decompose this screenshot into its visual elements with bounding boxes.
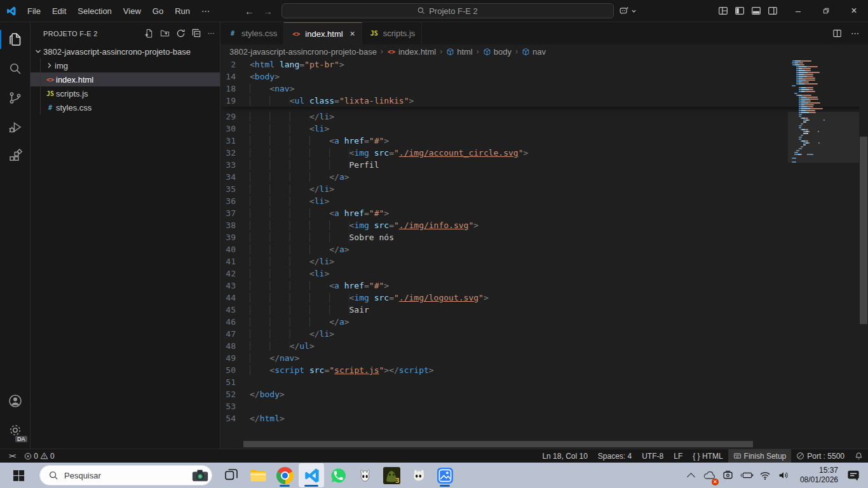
horizontal-scrollbar-thumb[interactable] [243, 441, 753, 447]
explorer-icon[interactable] [0, 25, 31, 54]
refresh-icon[interactable] [176, 29, 186, 38]
code-editor[interactable]: 2<html lang="pt-br">14<body>18 <nav>19 <… [220, 58, 868, 449]
code-line[interactable]: 40 </a> [220, 243, 868, 255]
breadcrumb-item[interactable]: nav [522, 47, 546, 57]
menu-run[interactable]: Run [169, 5, 196, 17]
chrome-taskbar-icon[interactable] [272, 463, 297, 487]
code-line[interactable]: 36 <li> [220, 195, 868, 207]
code-line[interactable]: 54</html> [220, 412, 868, 424]
statusbar-item[interactable]: UTF-8 [637, 449, 668, 463]
code-line[interactable]: 42 <li> [220, 268, 868, 280]
code-line[interactable]: 46 </a> [220, 316, 868, 328]
code-line[interactable]: 53 [220, 400, 868, 412]
code-line[interactable]: 18 <nav> [220, 83, 868, 95]
start-button[interactable] [6, 464, 31, 486]
vertical-scrollbar-thumb[interactable] [860, 137, 867, 324]
code-line[interactable]: 52</body> [220, 388, 868, 400]
code-line[interactable]: 41 </li> [220, 255, 868, 268]
tree-root-folder[interactable]: 3802-javascript-assincrono-projeto-base [31, 44, 220, 58]
breadcrumb-item[interactable]: <>index.html [387, 47, 436, 57]
code-line[interactable]: 39 Sobre nós [220, 231, 868, 243]
back-arrow-icon[interactable]: ← [245, 6, 254, 17]
volume-icon[interactable] [776, 466, 790, 484]
code-line[interactable]: 44 <img src="./img/logout.svg"> [220, 292, 868, 304]
statusbar-item[interactable]: { } HTML [688, 449, 728, 463]
tab-styles.css[interactable]: #styles.css [220, 22, 284, 44]
code-line[interactable]: 34 </a> [220, 171, 868, 183]
command-center-search[interactable]: Projeto F-E 2 [281, 3, 614, 18]
code-line[interactable]: 30 <li> [220, 123, 868, 135]
wifi-icon[interactable] [758, 466, 772, 484]
code-line[interactable]: 47 </li> [220, 328, 868, 340]
forward-arrow-icon[interactable]: → [263, 6, 273, 17]
toggle-panel-icon[interactable] [751, 6, 761, 16]
statusbar-item[interactable]: Spaces: 4 [593, 449, 637, 463]
toggle-primary-sidebar-icon[interactable] [735, 6, 745, 16]
code-line[interactable]: 2<html lang="pt-br"> [220, 58, 868, 71]
minimize-button[interactable]: – [784, 0, 812, 22]
toggle-secondary-sidebar-icon[interactable] [768, 6, 778, 16]
tab-index.html[interactable]: <>index.html× [284, 22, 362, 44]
statusbar-item[interactable]: Ln 18, Col 10 [537, 449, 592, 463]
menu-more[interactable]: ⋯ [196, 5, 215, 17]
tree-item-index.html[interactable]: <>index.html [31, 72, 220, 86]
split-editor-icon[interactable] [832, 29, 842, 38]
vertical-scrollbar[interactable] [859, 58, 868, 449]
taskbar-clock[interactable]: 15:37 08/01/2026 [800, 466, 838, 485]
code-line[interactable]: 32 <img src="./img/account_circle.svg"> [220, 147, 868, 159]
more-actions-icon[interactable]: ⋯ [208, 29, 215, 37]
new-file-icon[interactable] [144, 29, 154, 38]
tree-item-img[interactable]: img [31, 58, 220, 72]
breadcrumb-item[interactable]: body [483, 47, 512, 57]
copilot-button[interactable] [614, 6, 642, 17]
camera-device-icon[interactable] [721, 466, 735, 484]
code-line[interactable]: 19 <ul class="lixta-linkis"> [220, 95, 868, 107]
new-folder-icon[interactable] [160, 29, 170, 38]
breadcrumb-item[interactable]: html [446, 47, 473, 57]
collapse-all-icon[interactable] [192, 29, 201, 38]
search-camera-icon[interactable] [191, 467, 209, 484]
settings-gear-icon[interactable]: DA [0, 416, 31, 445]
remote-indicator-icon[interactable]: >< [5, 452, 18, 460]
code-line[interactable]: 33 Perfil [220, 159, 868, 171]
vscode-taskbar-icon[interactable] [299, 463, 324, 487]
accounts-icon[interactable] [0, 386, 31, 416]
code-line[interactable]: 29 </li> [220, 111, 868, 123]
code-line[interactable]: 38 <img src="./img/info.svg"> [220, 219, 868, 231]
menu-file[interactable]: File [22, 5, 46, 17]
code-line[interactable]: 43 <a href="#"> [220, 280, 868, 292]
problems-indicator[interactable]: 0 0 [21, 452, 57, 461]
code-line[interactable]: 37 <a href="#"> [220, 207, 868, 219]
hornet-taskbar-icon[interactable] [405, 463, 431, 487]
menu-edit[interactable]: Edit [46, 5, 72, 17]
run-debug-icon[interactable] [0, 112, 31, 142]
tree-item-styles.css[interactable]: #styles.css [31, 100, 220, 114]
tray-chevron-up-icon[interactable] [684, 466, 698, 484]
whatsapp-taskbar-icon[interactable] [325, 463, 351, 487]
menu-go[interactable]: Go [147, 5, 169, 17]
tab-scripts.js[interactable]: JSscripts.js [362, 22, 423, 44]
menu-view[interactable]: View [118, 5, 147, 17]
code-line[interactable]: 35 </li> [220, 183, 868, 195]
hollow-knight-taskbar-icon[interactable] [352, 463, 377, 487]
code-line[interactable]: 51 [220, 376, 868, 388]
code-line[interactable]: 48 </ul> [220, 340, 868, 352]
file-explorer-taskbar-icon[interactable] [245, 463, 271, 487]
code-line[interactable]: 31 <a href="#"> [220, 135, 868, 147]
search-sidebar-icon[interactable] [0, 54, 31, 83]
menu-selection[interactable]: Selection [72, 5, 117, 17]
customize-layout-icon[interactable] [718, 6, 728, 16]
code-line[interactable]: 45 Sair [220, 304, 868, 316]
source-control-icon[interactable] [0, 83, 31, 112]
minimap[interactable] [788, 58, 859, 163]
breadcrumb-item[interactable]: 3802-javascript-assincrono-projeto-base [229, 47, 377, 57]
code-line[interactable]: 50 <script src="script.js"></script> [220, 364, 868, 376]
task-view-taskbar-icon[interactable] [219, 463, 244, 487]
notification-center-icon[interactable] [845, 466, 862, 484]
battery-icon[interactable] [740, 466, 754, 484]
tree-item-scripts.js[interactable]: JSscripts.js [31, 86, 220, 100]
statusbar-item[interactable]: LF [668, 449, 688, 463]
close-button[interactable]: × [840, 0, 868, 22]
notifications-bell-icon[interactable] [850, 449, 868, 463]
taskbar-search-box[interactable]: Pesquisar [39, 465, 212, 485]
